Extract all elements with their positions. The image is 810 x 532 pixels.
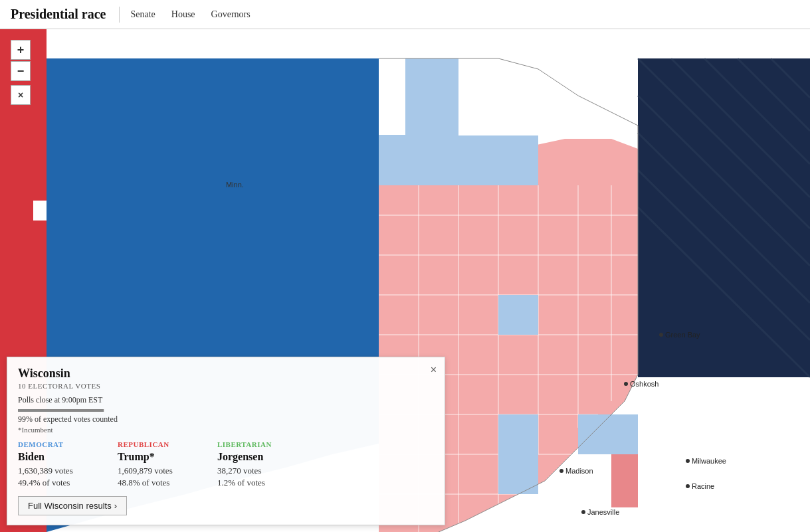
lib-party-label: LIBERTARIAN [217,440,297,448]
progress-bar-fill [18,409,104,412]
tab-senate[interactable]: Senate [130,8,155,21]
svg-point-42 [624,382,628,386]
popup-incumbent-note: *Incumbent [18,426,434,434]
full-results-label: Full Wisconsin results [28,501,112,511]
page-header: Presidential race Senate House Governors [0,0,810,29]
popup-polls-close: Polls close at 9:00pm EST [18,395,434,405]
rep-votes: 1,609,879 votes [118,466,197,476]
popup-electoral-votes: 10 ELECTORAL VOTES [18,382,434,390]
svg-rect-38 [419,135,458,162]
zoom-out-button[interactable]: − [11,61,31,81]
dem-votes: 1,630,389 votes [18,466,98,476]
lib-pct: 1.2% of votes [217,478,297,488]
svg-rect-33 [578,414,638,454]
svg-text:Madison: Madison [565,467,593,475]
zoom-in-button[interactable]: + [11,40,31,60]
svg-rect-37 [379,135,419,185]
full-results-button[interactable]: Full Wisconsin results › [18,496,127,515]
popup-state-name: Wisconsin [18,367,434,381]
svg-point-50 [581,510,585,514]
full-results-arrow-icon: › [114,501,117,511]
popup-candidates: DEMOCRAT Biden 1,630,389 votes 49.4% of … [18,440,434,488]
svg-rect-36 [458,135,538,185]
candidate-democrat: DEMOCRAT Biden 1,630,389 votes 49.4% of … [18,440,98,488]
state-label-minn: Minn. [226,181,244,189]
rep-pct: 48.8% of votes [118,478,197,488]
candidate-libertarian: LIBERTARIAN Jorgensen 38,270 votes 1.2% … [217,440,297,488]
svg-text:Racine: Racine [692,482,714,490]
svg-point-46 [686,459,690,463]
nav-tabs: Senate House Governors [130,8,250,21]
info-popup: × Wisconsin 10 ELECTORAL VOTES Polls clo… [7,357,445,525]
nav-divider [119,7,120,23]
popup-close-button[interactable]: × [431,364,437,376]
popup-pct-counted: 99% of expected votes counted [18,414,434,424]
svg-point-40 [659,333,663,337]
svg-text:Milwaukee: Milwaukee [692,457,726,465]
dem-candidate-name: Biden [18,451,98,463]
dem-pct: 49.4% of votes [18,478,98,488]
svg-point-48 [686,484,690,488]
reset-button[interactable]: × [11,85,31,105]
rep-party-label: REPUBLICAN [118,440,197,448]
tab-house[interactable]: House [171,8,195,21]
svg-rect-34 [498,295,538,335]
map-container: Minn. Green Bay Oshkosh Madison Milwauke… [0,29,810,532]
svg-rect-35 [498,414,538,454]
tab-governors[interactable]: Governors [211,8,251,21]
map-controls: + − × [11,40,31,105]
lib-votes: 38,270 votes [217,466,297,476]
svg-text:Oshkosh: Oshkosh [630,380,658,388]
progress-bar-container [18,409,104,412]
svg-text:Janesville: Janesville [587,508,619,516]
candidate-republican: REPUBLICAN Trump* 1,609,879 votes 48.8% … [118,440,197,488]
lib-candidate-name: Jorgensen [217,451,297,463]
svg-point-44 [559,469,563,473]
svg-text:Green Bay: Green Bay [665,331,700,339]
svg-rect-16 [405,58,458,135]
dem-party-label: DEMOCRAT [18,440,98,448]
svg-rect-39 [611,454,638,507]
rep-candidate-name: Trump* [118,451,197,463]
svg-rect-15 [379,58,405,135]
svg-rect-32 [498,454,538,494]
page-title: Presidential race [11,7,106,22]
